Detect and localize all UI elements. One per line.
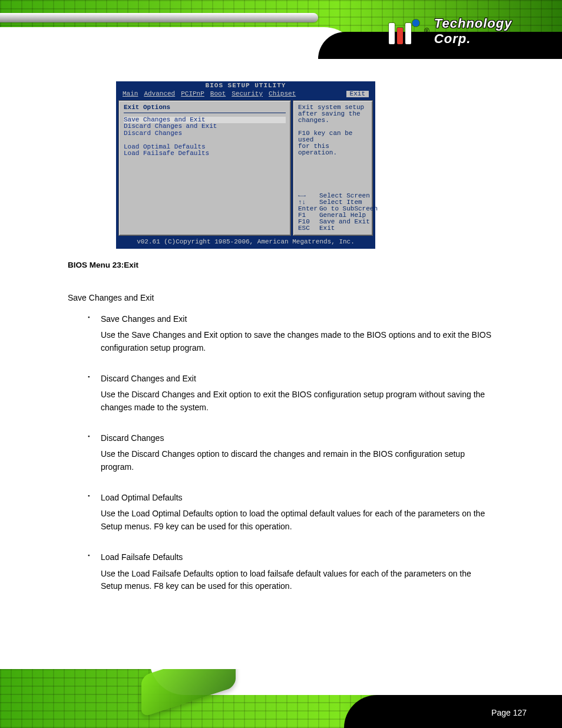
option-desc: Use the Discard Changes and Exit option … <box>101 388 492 414</box>
figure-caption: BIOS Menu 23:Exit <box>68 259 492 272</box>
option-list: Save Changes and Exit Use the Save Chang… <box>68 313 492 593</box>
bios-tab-pcipnp[interactable]: PCIPnP <box>181 91 204 97</box>
list-item: Load Optimal Defaults Use the Load Optim… <box>68 492 492 533</box>
bios-item-failsafe[interactable]: Load Failsafe Defaults <box>124 150 286 157</box>
registered-mark: ® <box>424 27 429 35</box>
iei-logo-icon <box>389 18 419 44</box>
bios-tab-security[interactable]: Security <box>232 91 263 97</box>
bios-key-hints: ←→Select Screen ↑↓Select Item EnterGo to… <box>298 193 368 232</box>
option-desc: Use the Load Failsafe Defaults option to… <box>101 568 492 593</box>
brand-suffix: . <box>467 31 471 46</box>
list-item: Discard Changes Use the Discard Changes … <box>68 432 492 474</box>
help-line: changes. <box>298 117 368 124</box>
brand-text: Technology Corp. <box>434 16 550 47</box>
bios-tab-advanced[interactable]: Advanced <box>144 91 175 97</box>
list-item: Load Failsafe Defaults Use the Load Fail… <box>68 551 492 593</box>
option-desc: Use the Load Optimal Defaults option to … <box>101 508 492 533</box>
black-swoosh <box>344 695 562 728</box>
bios-left-pane: Exit Options Save Changes and Exit Disca… <box>118 100 291 236</box>
bios-right-pane: Exit system setup after saving the chang… <box>293 100 373 236</box>
option-desc: Use the Save Changes and Exit option to … <box>101 329 492 354</box>
bios-tab-chipset[interactable]: Chipset <box>269 91 296 97</box>
bios-item-discard[interactable]: Discard Changes <box>124 130 286 137</box>
bios-title: BIOS SETUP UTILITY <box>117 82 375 90</box>
document-body: BIOS Menu 23:Exit Save Changes and Exit … <box>68 259 492 611</box>
brand: ® Technology Corp. <box>389 17 550 46</box>
list-item: Save Changes and Exit Use the Save Chang… <box>68 313 492 355</box>
bios-setup-utility-screenshot: BIOS SETUP UTILITY Main Advanced PCIPnP … <box>116 81 375 249</box>
brand-name: Technology Corp <box>434 16 513 46</box>
option-name: Discard Changes <box>101 432 492 445</box>
bios-item-optimal[interactable]: Load Optimal Defaults <box>124 144 286 150</box>
page-number: Page 127 <box>491 708 527 717</box>
option-name: Load Failsafe Defaults <box>101 551 492 564</box>
bios-tab-bar: Main Advanced PCIPnP Boot Security Chips… <box>117 90 375 98</box>
bios-item-save-exit[interactable]: Save Changes and Exit <box>124 117 286 123</box>
option-name: Load Optimal Defaults <box>101 492 492 505</box>
option-name: Save Changes and Exit <box>101 313 492 326</box>
white-swoosh <box>0 27 359 59</box>
bios-copyright-footer: v02.61 (C)Copyright 1985-2006, American … <box>117 238 375 246</box>
help-line: for this operation. <box>298 143 368 156</box>
key-desc: Exit <box>319 225 335 232</box>
exit-options-heading: Exit Options <box>124 104 286 113</box>
key-label: ESC <box>298 225 319 232</box>
page-header-banner: ® Technology Corp. <box>0 0 562 59</box>
blank-line <box>124 137 286 143</box>
grey-stripe <box>0 13 318 22</box>
list-item: Discard Changes and Exit Use the Discard… <box>68 373 492 414</box>
section-heading: Save Changes and Exit <box>68 292 492 305</box>
bios-item-discard-exit[interactable]: Discard Changes and Exit <box>124 123 286 130</box>
bios-tab-boot[interactable]: Boot <box>210 91 226 97</box>
page-footer-banner: Page 127 <box>0 669 562 728</box>
bios-tab-exit[interactable]: Exit <box>346 91 369 97</box>
option-desc: Use the Discard Changes option to discar… <box>101 448 492 473</box>
bios-body: Exit Options Save Changes and Exit Disca… <box>117 98 375 238</box>
help-line: F10 key can be used <box>298 130 368 143</box>
bios-help-text: Exit system setup after saving the chang… <box>298 104 368 156</box>
bios-tab-main[interactable]: Main <box>123 91 138 97</box>
option-name: Discard Changes and Exit <box>101 373 492 386</box>
